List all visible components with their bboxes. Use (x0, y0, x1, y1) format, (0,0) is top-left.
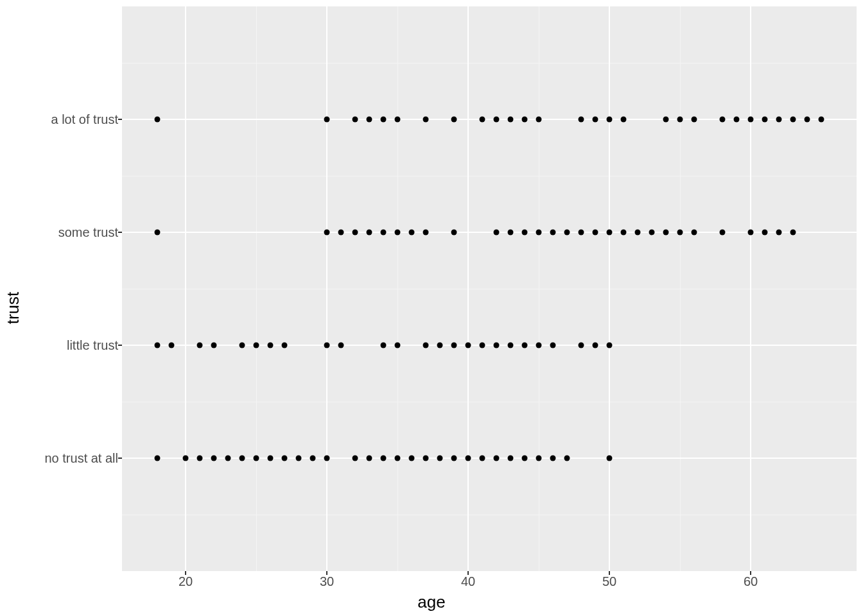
data-point (451, 343, 457, 348)
data-point (197, 456, 203, 461)
y-tick-label: no trust at all (44, 451, 118, 466)
y-tick-label: little trust (67, 338, 118, 353)
data-point (776, 230, 782, 235)
grid-h-minor (122, 63, 857, 64)
data-point (550, 343, 556, 348)
data-point (451, 230, 457, 235)
data-point (550, 456, 556, 461)
data-point (564, 230, 570, 235)
data-point (677, 230, 683, 235)
data-point (762, 117, 768, 123)
data-point (635, 230, 641, 235)
data-point (762, 230, 768, 235)
grid-h-major (122, 345, 857, 346)
data-point (508, 343, 514, 348)
data-point (353, 117, 358, 123)
data-point (536, 230, 542, 235)
data-point (324, 117, 330, 123)
data-point (649, 230, 655, 235)
data-point (522, 117, 528, 123)
data-point (522, 230, 528, 235)
y-tick-mark (118, 345, 122, 346)
data-point (776, 117, 782, 123)
y-tick-label: some trust (58, 225, 118, 240)
data-point (324, 456, 330, 461)
x-tick-label: 40 (461, 574, 475, 589)
y-tick-mark (118, 458, 122, 459)
grid-v-major (326, 6, 327, 571)
data-point (607, 343, 613, 348)
data-point (254, 343, 259, 348)
data-point (748, 117, 754, 123)
data-point (550, 230, 556, 235)
data-point (155, 117, 161, 123)
data-point (536, 343, 542, 348)
data-point (338, 343, 344, 348)
grid-v-major (185, 6, 186, 571)
grid-h-minor (122, 515, 857, 515)
data-point (282, 456, 288, 461)
data-point (536, 456, 542, 461)
data-point (169, 343, 175, 348)
data-point (494, 230, 500, 235)
data-point (423, 230, 429, 235)
data-point (790, 230, 796, 235)
data-point (240, 343, 245, 348)
data-point (494, 117, 500, 123)
data-point (621, 230, 627, 235)
data-point (211, 456, 217, 461)
data-point (593, 343, 598, 348)
data-point (296, 456, 302, 461)
data-point (748, 230, 754, 235)
data-point (437, 343, 443, 348)
data-point (819, 117, 824, 123)
data-point (466, 456, 471, 461)
x-tick-label: 30 (320, 574, 334, 589)
data-point (607, 230, 613, 235)
data-point (211, 343, 217, 348)
data-point (494, 343, 500, 348)
data-point (480, 456, 485, 461)
data-point (466, 343, 471, 348)
data-point (395, 230, 401, 235)
grid-h-minor (122, 289, 857, 289)
data-point (607, 456, 613, 461)
data-point (367, 456, 372, 461)
data-point (395, 343, 401, 348)
data-point (183, 456, 189, 461)
chart-root: trust 2030405060 no trust at alllittle t… (0, 0, 863, 616)
data-point (423, 343, 429, 348)
data-point (607, 117, 613, 123)
grid-h-major (122, 458, 857, 459)
data-point (423, 117, 429, 123)
data-point (579, 117, 584, 123)
grid-v-major (467, 6, 469, 571)
data-point (268, 343, 274, 348)
y-tick-mark (118, 119, 122, 120)
plot-panel (122, 6, 857, 571)
y-tick-label: a lot of trust (51, 112, 119, 127)
data-point (367, 230, 372, 235)
data-point (367, 117, 372, 123)
data-point (451, 117, 457, 123)
data-point (720, 230, 726, 235)
data-point (508, 456, 514, 461)
y-tick-mark (118, 232, 122, 233)
data-point (508, 117, 514, 123)
data-point (353, 456, 358, 461)
data-point (480, 117, 485, 123)
data-point (522, 456, 528, 461)
data-point (692, 117, 697, 123)
data-point (324, 343, 330, 348)
data-point (451, 456, 457, 461)
data-point (324, 230, 330, 235)
data-point (254, 456, 259, 461)
data-point (268, 456, 274, 461)
data-point (381, 230, 387, 235)
data-point (155, 456, 161, 461)
data-point (381, 343, 387, 348)
data-point (409, 456, 415, 461)
data-point (790, 117, 796, 123)
y-axis-title: trust (3, 292, 23, 325)
data-point (225, 456, 231, 461)
